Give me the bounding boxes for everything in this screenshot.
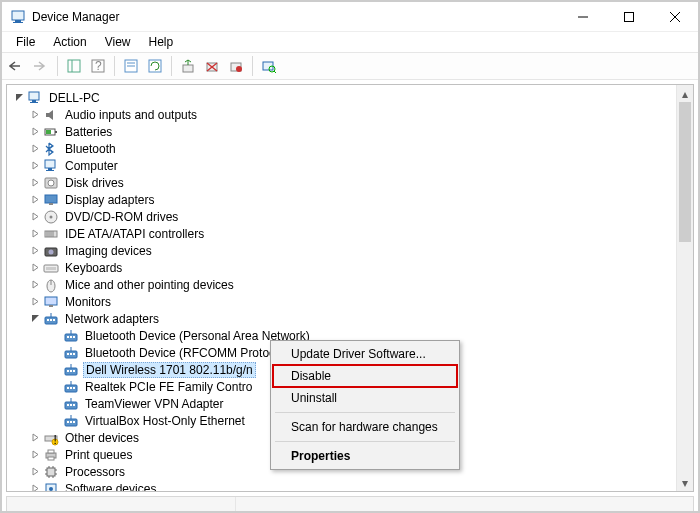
toolbar-scan-hardware[interactable]	[258, 55, 280, 77]
tree-node-root[interactable]: DELL-PC	[11, 89, 676, 106]
toolbar-update-driver[interactable]	[177, 55, 199, 77]
toolbar-refresh[interactable]	[144, 55, 166, 77]
toolbar-show-hide-tree[interactable]	[63, 55, 85, 77]
disk-icon	[43, 175, 59, 191]
svg-rect-26	[30, 102, 38, 103]
scroll-down-icon[interactable]: ▾	[677, 474, 693, 491]
expand-icon[interactable]	[29, 244, 42, 257]
scrollbar[interactable]: ▴ ▾	[676, 85, 693, 491]
mouse-icon	[43, 277, 59, 293]
tree-node-cat-7[interactable]: IDE ATA/ATAPI controllers	[11, 225, 676, 242]
tree-label: Computer	[63, 159, 120, 173]
other-icon: !	[43, 430, 59, 446]
tree-label: Mice and other pointing devices	[63, 278, 236, 292]
close-button[interactable]	[652, 2, 698, 32]
tree-label: Network adapters	[63, 312, 161, 326]
menu-action[interactable]: Action	[45, 33, 94, 51]
svg-rect-59	[67, 336, 69, 338]
tree-label: Audio inputs and outputs	[63, 108, 199, 122]
expand-icon[interactable]	[29, 227, 42, 240]
expand-icon[interactable]	[29, 176, 42, 189]
tree-node-cat-5[interactable]: Display adapters	[11, 191, 676, 208]
expand-icon[interactable]	[29, 108, 42, 121]
svg-rect-71	[73, 370, 75, 372]
tree-node-cat-8[interactable]: Imaging devices	[11, 242, 676, 259]
svg-rect-60	[70, 336, 72, 338]
expand-icon[interactable]	[29, 193, 42, 206]
context-menu: Update Driver Software... Disable Uninst…	[270, 340, 460, 470]
svg-rect-4	[625, 12, 634, 21]
ctx-update-driver[interactable]: Update Driver Software...	[273, 343, 457, 365]
forward-button[interactable]	[30, 55, 52, 77]
svg-point-104	[49, 487, 53, 491]
expand-icon[interactable]	[29, 431, 42, 444]
status-pane	[7, 497, 236, 513]
tree-label: Other devices	[63, 431, 141, 445]
svg-rect-31	[48, 168, 52, 170]
tree-node-cat-1[interactable]: Batteries	[11, 123, 676, 140]
expand-icon[interactable]	[29, 142, 42, 155]
svg-line-23	[274, 71, 276, 73]
tree-node-cat-9[interactable]: Keyboards	[11, 259, 676, 276]
ctx-properties[interactable]: Properties	[273, 445, 457, 467]
svg-rect-2	[13, 22, 23, 23]
expand-icon[interactable]	[29, 482, 42, 491]
menu-view[interactable]: View	[97, 33, 139, 51]
ctx-uninstall[interactable]: Uninstall	[273, 387, 457, 409]
svg-point-20	[236, 66, 242, 72]
svg-rect-28	[55, 131, 57, 133]
toolbar-separator	[114, 56, 115, 76]
expand-icon[interactable]	[29, 448, 42, 461]
bluetooth-icon	[43, 141, 59, 157]
expand-icon[interactable]	[29, 278, 42, 291]
svg-rect-32	[46, 170, 54, 171]
ctx-disable[interactable]: Disable	[273, 365, 457, 387]
ctx-separator	[275, 412, 455, 413]
back-button[interactable]	[6, 55, 28, 77]
toolbar-disable[interactable]	[225, 55, 247, 77]
tree-node-cat-16[interactable]: Software devices	[11, 480, 676, 491]
expand-icon[interactable]	[29, 261, 42, 274]
svg-rect-54	[47, 319, 49, 321]
tree-node-cat-2[interactable]: Bluetooth	[11, 140, 676, 157]
monitor-icon	[43, 294, 59, 310]
network-icon	[63, 362, 79, 378]
menu-file[interactable]: File	[8, 33, 43, 51]
tree-node-cat-12[interactable]: Network adapters	[11, 310, 676, 327]
tree-node-cat-0[interactable]: Audio inputs and outputs	[11, 106, 676, 123]
svg-rect-79	[67, 404, 69, 406]
audio-icon	[43, 107, 59, 123]
toolbar-separator	[57, 56, 58, 76]
svg-rect-55	[50, 319, 52, 321]
battery-icon	[43, 124, 59, 140]
svg-rect-70	[70, 370, 72, 372]
collapse-icon[interactable]	[29, 312, 42, 325]
minimize-button[interactable]	[560, 2, 606, 32]
tree-node-cat-4[interactable]: Disk drives	[11, 174, 676, 191]
tree-label: Bluetooth	[63, 142, 118, 156]
toolbar-uninstall[interactable]	[201, 55, 223, 77]
ctx-scan[interactable]: Scan for hardware changes	[273, 416, 457, 438]
toolbar-properties[interactable]	[120, 55, 142, 77]
collapse-icon[interactable]	[13, 91, 26, 104]
expand-icon[interactable]	[29, 125, 42, 138]
network-icon	[43, 311, 59, 327]
tree-node-cat-10[interactable]: Mice and other pointing devices	[11, 276, 676, 293]
toolbar-help[interactable]: ?	[87, 55, 109, 77]
maximize-button[interactable]	[606, 2, 652, 32]
expand-icon[interactable]	[29, 159, 42, 172]
expand-icon[interactable]	[29, 295, 42, 308]
scroll-thumb[interactable]	[679, 102, 691, 242]
scroll-up-icon[interactable]: ▴	[677, 85, 693, 102]
tree-node-cat-6[interactable]: DVD/CD-ROM drives	[11, 208, 676, 225]
svg-rect-66	[73, 353, 75, 355]
expand-icon[interactable]	[29, 465, 42, 478]
tree-node-cat-11[interactable]: Monitors	[11, 293, 676, 310]
cpu-icon	[43, 464, 59, 480]
tree-node-cat-3[interactable]: Computer	[11, 157, 676, 174]
tree-label: Processors	[63, 465, 127, 479]
toolbar-separator	[252, 56, 253, 76]
expand-placeholder	[49, 363, 62, 376]
expand-icon[interactable]	[29, 210, 42, 223]
menu-help[interactable]: Help	[141, 33, 182, 51]
